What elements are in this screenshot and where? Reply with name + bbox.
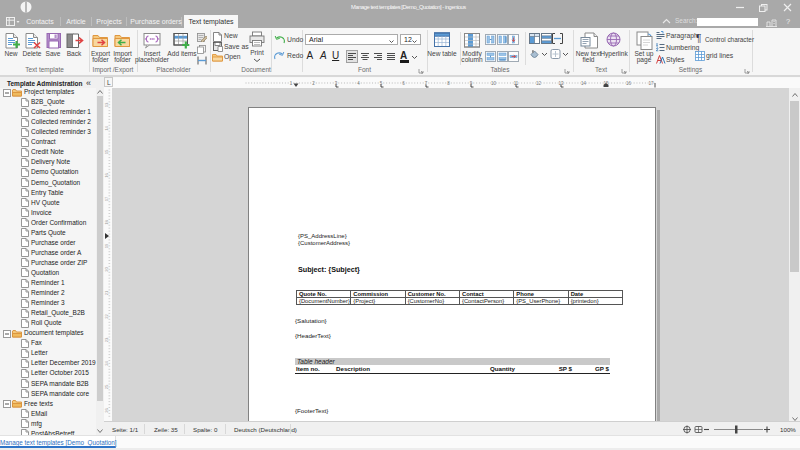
svg-text:10: 10 <box>491 81 497 86</box>
svg-text:12: 12 <box>536 81 542 86</box>
svg-text:26: 26 <box>104 408 109 413</box>
svg-text:17: 17 <box>648 81 654 86</box>
svg-text:15: 15 <box>104 149 109 154</box>
svg-text:21: 21 <box>104 290 109 295</box>
svg-text:20: 20 <box>104 267 109 272</box>
svg-text:16: 16 <box>104 173 109 178</box>
svg-text:14: 14 <box>104 126 109 131</box>
svg-text:17: 17 <box>104 196 109 201</box>
svg-text:16: 16 <box>626 81 632 86</box>
svg-text:19: 19 <box>104 243 109 248</box>
svg-text:25: 25 <box>104 384 109 389</box>
svg-text:24: 24 <box>104 361 109 366</box>
svg-text:13: 13 <box>104 102 109 107</box>
svg-text:23: 23 <box>104 337 109 342</box>
svg-text:14: 14 <box>581 81 587 86</box>
svg-text:18: 18 <box>104 220 109 225</box>
svg-text:22: 22 <box>104 314 109 319</box>
